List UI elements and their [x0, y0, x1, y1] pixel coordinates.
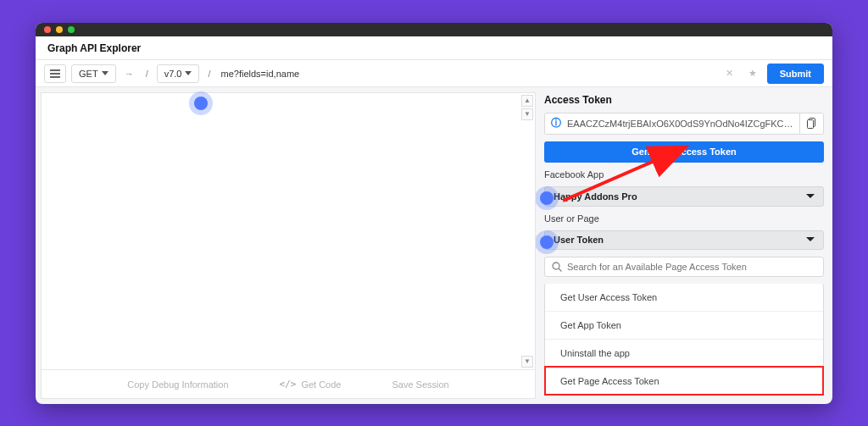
svg-point-2 [553, 263, 559, 269]
favorite-icon[interactable]: ★ [743, 68, 762, 79]
get-code-label: Get Code [301, 379, 341, 390]
menu-item-get-user-access-token[interactable]: Get User Access Token [545, 284, 823, 311]
facebook-app-value: Happy Addons Pro [554, 191, 637, 202]
window-zoom-dot[interactable] [68, 26, 75, 33]
http-method-select[interactable]: GET [71, 64, 116, 83]
page-token-search-input[interactable] [567, 262, 816, 272]
caret-down-icon [102, 71, 108, 76]
get-code-button[interactable]: </> Get Code [280, 379, 342, 390]
response-panel: ▲ ▼ ▼ Copy Debug Information </> Get Cod… [41, 92, 536, 399]
onboarding-pulse-icon [540, 191, 554, 205]
scroll-down-end-button[interactable]: ▼ [521, 356, 533, 368]
menu-item-uninstall-app[interactable]: Uninstall the app [545, 339, 823, 367]
svg-line-3 [559, 268, 562, 272]
scroll-up-button[interactable]: ▲ [521, 95, 533, 107]
window-titlebar [36, 23, 832, 36]
user-or-page-value: User Token [554, 235, 604, 245]
facebook-app-label: Facebook App [544, 169, 824, 180]
caret-down-icon [806, 194, 815, 199]
svg-rect-1 [807, 119, 813, 128]
page-title: Graph API Explorer [47, 42, 141, 54]
access-token-heading: Access Token [544, 94, 824, 106]
api-version-label: v7.0 [164, 69, 182, 79]
clear-icon[interactable]: ✕ [721, 68, 738, 79]
info-icon[interactable]: ⓘ [545, 116, 567, 130]
path-slash-2: / [204, 69, 214, 79]
http-method-label: GET [79, 69, 98, 79]
user-or-page-menu: Get User Access Token Get App Token Unin… [544, 284, 824, 396]
api-version-select[interactable]: v7.0 [157, 64, 200, 83]
caret-down-icon [185, 71, 192, 76]
sidebar-panel: Access Token ⓘ Generate Access Token Fac… [536, 87, 832, 404]
submit-button[interactable]: Submit [767, 64, 824, 84]
copy-icon [807, 118, 817, 130]
response-footer: Copy Debug Information </> Get Code Save… [42, 369, 535, 398]
path-input[interactable] [220, 64, 715, 83]
app-header: Graph API Explorer [36, 36, 832, 60]
user-or-page-select[interactable]: User Token [544, 230, 824, 251]
menu-button[interactable] [44, 64, 66, 83]
onboarding-pulse-icon [540, 235, 554, 249]
facebook-app-select[interactable]: Happy Addons Pro [544, 186, 824, 207]
request-toolbar: GET → / v7.0 / ✕ ★ Submit [36, 60, 832, 87]
scroll-down-button[interactable]: ▼ [521, 108, 533, 120]
path-arrow: → [121, 69, 137, 79]
window-minimize-dot[interactable] [56, 26, 63, 33]
menu-item-get-app-token[interactable]: Get App Token [545, 311, 823, 339]
copy-debug-button[interactable]: Copy Debug Information [127, 379, 228, 390]
caret-down-icon [806, 237, 815, 242]
window-close-dot[interactable] [44, 26, 51, 33]
hamburger-icon [50, 69, 60, 78]
save-session-button[interactable]: Save Session [392, 379, 448, 390]
menu-item-get-page-access-token[interactable]: Get Page Access Token [545, 367, 823, 395]
path-slash-1: / [142, 69, 152, 79]
user-or-page-label: User or Page [544, 213, 824, 224]
response-body[interactable] [42, 93, 535, 369]
page-token-search-row [544, 257, 824, 277]
copy-token-button[interactable] [799, 113, 823, 134]
access-token-field: ⓘ [544, 113, 824, 135]
access-token-value[interactable] [567, 119, 799, 129]
generate-access-token-button[interactable]: Generate Access Token [544, 141, 824, 163]
search-icon [552, 262, 562, 272]
code-icon: </> [280, 379, 297, 390]
